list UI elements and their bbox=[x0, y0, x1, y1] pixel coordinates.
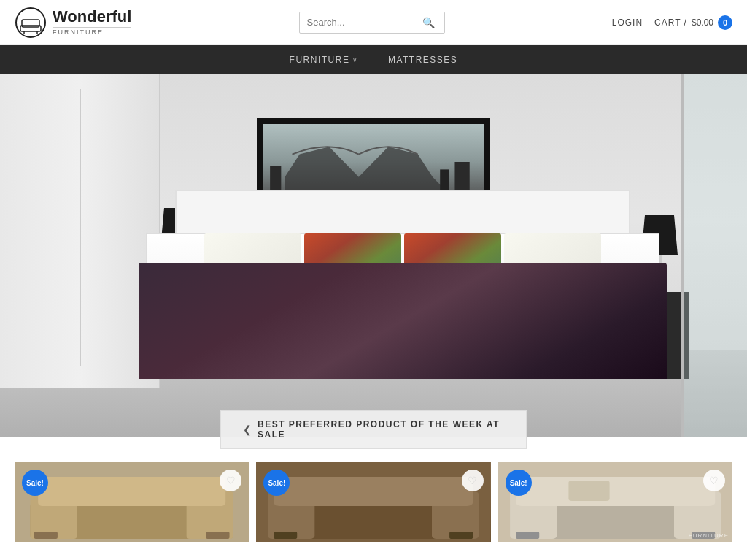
product-image-2 bbox=[256, 462, 490, 542]
search-icon: 🔍 bbox=[422, 17, 435, 28]
nav-item-mattresses[interactable]: MATTRESSES bbox=[388, 55, 457, 65]
frame-inner bbox=[263, 124, 484, 200]
nav-furniture-label: FURNITURE bbox=[290, 55, 350, 65]
cart-price: $0.00 bbox=[692, 18, 713, 28]
header-actions: LOGIN CART / $0.00 0 bbox=[612, 15, 732, 30]
logo-text: Wonderful FURNITURE bbox=[53, 8, 131, 36]
cart-button[interactable]: CART / $0.00 0 bbox=[654, 15, 732, 30]
svg-rect-6 bbox=[270, 166, 281, 192]
search-button[interactable]: 🔍 bbox=[417, 12, 441, 33]
wishlist-button-2[interactable]: ♡ bbox=[462, 470, 484, 491]
logo-main-text: Wonderful bbox=[53, 8, 131, 26]
svg-rect-27 bbox=[516, 477, 715, 506]
logo-sub-text: FURNITURE bbox=[53, 29, 131, 36]
search-bar[interactable]: 🔍 bbox=[299, 12, 445, 34]
login-link[interactable]: LOGIN bbox=[612, 18, 643, 28]
products-grid: Sale! ♡ Sale! ♡ bbox=[15, 462, 732, 542]
scene-bed bbox=[131, 190, 674, 379]
svg-rect-8 bbox=[440, 169, 449, 192]
svg-rect-22 bbox=[449, 532, 473, 539]
svg-rect-30 bbox=[568, 481, 609, 501]
product-card-3: Sale! ♡ FURNITURE bbox=[498, 462, 732, 542]
site-header: Wonderful FURNITURE 🔍 LOGIN CART / $0.00… bbox=[0, 0, 747, 45]
wardrobe-lines bbox=[80, 89, 81, 366]
product-card-1: Sale! ♡ bbox=[15, 462, 249, 542]
svg-rect-21 bbox=[274, 532, 297, 539]
hero-image bbox=[0, 74, 747, 438]
product-card-2: Sale! ♡ bbox=[256, 462, 490, 542]
bed-duvet bbox=[139, 262, 667, 379]
svg-rect-1 bbox=[20, 26, 41, 31]
search-input[interactable] bbox=[300, 12, 417, 32]
nav-item-furniture[interactable]: FURNITURE ∨ bbox=[290, 55, 359, 65]
banner-chevron-icon: ❮ bbox=[243, 424, 252, 435]
svg-rect-20 bbox=[274, 477, 473, 506]
logo-icon bbox=[15, 7, 47, 39]
product-image-1 bbox=[15, 462, 249, 542]
banner-wrapper: ❮ BEST PREFERRED PRODUCT OF THE WEEK AT … bbox=[0, 430, 747, 470]
product-watermark: FURNITURE bbox=[689, 532, 729, 539]
wishlist-button-3[interactable]: ♡ bbox=[703, 470, 725, 491]
sale-banner[interactable]: ❮ BEST PREFERRED PRODUCT OF THE WEEK AT … bbox=[220, 410, 527, 449]
products-section: Sale! ♡ Sale! ♡ bbox=[0, 462, 747, 557]
cart-count-badge: 0 bbox=[718, 15, 732, 30]
main-nav: FURNITURE ∨ MATTRESSES bbox=[0, 45, 747, 74]
nav-mattresses-label: MATTRESSES bbox=[388, 55, 457, 65]
cart-label: CART / bbox=[654, 18, 687, 28]
svg-rect-7 bbox=[454, 162, 469, 192]
logo[interactable]: Wonderful FURNITURE bbox=[15, 7, 131, 39]
svg-point-0 bbox=[16, 8, 45, 37]
svg-rect-13 bbox=[38, 477, 225, 506]
svg-rect-15 bbox=[206, 532, 229, 539]
svg-rect-14 bbox=[34, 532, 58, 539]
chevron-down-icon: ∨ bbox=[352, 56, 359, 63]
product-image-3: FURNITURE bbox=[498, 462, 732, 542]
sale-badge-3: Sale! bbox=[506, 470, 532, 496]
banner-text: BEST PREFERRED PRODUCT OF THE WEEK AT SA… bbox=[258, 419, 504, 440]
logo-divider bbox=[53, 27, 131, 28]
svg-rect-28 bbox=[516, 532, 539, 539]
hero-scene bbox=[0, 74, 747, 438]
sale-badge-1: Sale! bbox=[22, 470, 48, 496]
scene-glass-partition bbox=[681, 74, 747, 438]
